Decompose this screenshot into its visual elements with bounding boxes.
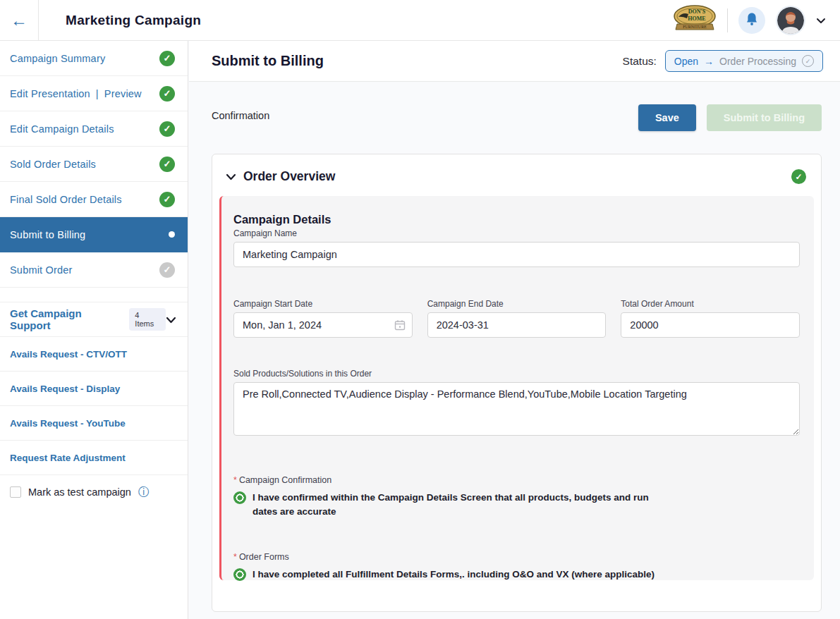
order-forms-label: Order Forms	[239, 552, 289, 562]
back-arrow-icon: ←	[11, 12, 28, 29]
support-header-label: Get Campaign Support	[10, 307, 123, 331]
support-item-label: Avails Request - Display	[10, 384, 120, 394]
order-forms-radio[interactable]	[233, 568, 246, 581]
sidebar-item-label: Submit Order	[10, 264, 73, 276]
app-title: Marketing Campaign	[66, 13, 201, 28]
preview-link[interactable]: Preview	[104, 88, 142, 99]
test-campaign-checkbox[interactable]	[10, 486, 21, 498]
campaign-name-label: Campaign Name	[233, 228, 800, 238]
order-overview-header[interactable]: Order Overview ✓	[212, 154, 821, 184]
section-complete-check-icon: ✓	[791, 169, 806, 184]
support-item-label: Request Rate Adjustment	[10, 453, 126, 463]
get-campaign-support-toggle[interactable]: Get Campaign Support 4 Items	[0, 302, 188, 337]
app-header: ← Marketing Campaign DON'S HOME FURNITUR…	[0, 0, 840, 41]
sidebar-item-avails-request-display[interactable]: Avails Request - Display	[0, 372, 188, 406]
support-item-label: Avails Request - CTV/OTT	[10, 349, 127, 360]
sidebar-item-avails-request-youtube[interactable]: Avails Request - YouTube	[0, 406, 188, 441]
status-from: Open	[674, 56, 698, 67]
start-date-input[interactable]	[233, 312, 413, 338]
sidebar-item-label: Campaign Summary	[10, 53, 105, 64]
submit-to-billing-button[interactable]: Submit to Billing	[707, 104, 822, 131]
required-asterisk: *	[233, 475, 237, 485]
test-campaign-row: Mark as test campaign ⓘ	[0, 475, 188, 509]
check-circle-icon: ✓	[159, 51, 175, 66]
sidebar-item-label: Edit Campaign Details	[10, 123, 114, 135]
sidebar-item-label: Final Sold Order Details	[10, 194, 122, 205]
sidebar-item-label: Sold Order Details	[10, 159, 96, 170]
svg-text:FURNITURE: FURNITURE	[683, 25, 707, 29]
support-items-badge: 4 Items	[129, 308, 166, 331]
campaign-details-panel: Campaign Details Campaign Name Campaign …	[219, 196, 814, 580]
label-divider: |	[96, 88, 99, 99]
edit-presentation-link[interactable]: Edit Presentation	[10, 88, 90, 99]
chevron-down-icon	[166, 314, 176, 326]
workflow-sidebar: Campaign Summary ✓ Edit Presentation | P…	[0, 41, 188, 619]
svg-text:DON'S: DON'S	[688, 8, 706, 15]
sidebar-item-label: Submit to Billing	[10, 229, 85, 240]
sidebar-item-submit-to-billing[interactable]: Submit to Billing	[0, 217, 188, 252]
header-divider	[727, 8, 728, 32]
sidebar-item-campaign-summary[interactable]: Campaign Summary ✓	[0, 41, 188, 76]
confirmation-section-label: Confirmation	[212, 110, 269, 121]
end-date-label: Campaign End Date	[427, 299, 607, 309]
sidebar-item-sold-order-details[interactable]: Sold Order Details ✓	[0, 147, 188, 182]
check-circle-pending-icon: ✓	[159, 262, 175, 278]
svg-text:HOME: HOME	[688, 16, 705, 22]
section-title: Order Overview	[243, 169, 335, 184]
campaign-confirmation-group: *Campaign Confirmation I have confirmed …	[233, 475, 800, 520]
status-label: Status:	[623, 55, 657, 68]
sidebar-item-submit-order[interactable]: Submit Order ✓	[0, 252, 188, 288]
campaign-confirmation-label: Campaign Confirmation	[239, 475, 331, 485]
sidebar-item-edit-campaign-details[interactable]: Edit Campaign Details ✓	[0, 111, 188, 147]
back-button[interactable]: ←	[0, 0, 39, 40]
order-forms-option-label: I have completed all Fulfillment Details…	[252, 568, 655, 582]
total-order-amount-input[interactable]	[621, 312, 800, 338]
sidebar-item-request-rate-adjustment[interactable]: Request Rate Adjustment	[0, 441, 188, 475]
order-forms-group: *Order Forms I have completed all Fulfil…	[233, 552, 800, 582]
sold-products-textarea[interactable]	[233, 382, 800, 436]
test-campaign-label: Mark as test campaign	[28, 486, 131, 498]
info-icon[interactable]: ⓘ	[138, 486, 150, 498]
company-logo: DON'S HOME FURNITURE	[673, 4, 717, 37]
profile-menu-button[interactable]	[816, 14, 826, 27]
status-transition-badge[interactable]: Open → Order Processing ✓	[665, 50, 823, 72]
current-step-dot-icon	[169, 231, 175, 238]
sidebar-item-final-sold-order-details[interactable]: Final Sold Order Details ✓	[0, 182, 188, 217]
check-outline-icon: ✓	[802, 55, 814, 67]
save-button[interactable]: Save	[638, 104, 696, 131]
required-asterisk: *	[233, 552, 237, 562]
page-title: Submit to Billing	[212, 53, 324, 69]
campaign-confirmation-radio[interactable]	[233, 491, 246, 504]
main-content: Submit to Billing Status: Open → Order P…	[189, 41, 840, 619]
sidebar-item-edit-presentation[interactable]: Edit Presentation | Preview ✓	[0, 76, 188, 111]
page-header: Submit to Billing Status: Open → Order P…	[189, 41, 840, 82]
confirmation-toolbar: Confirmation Save Submit to Billing	[212, 104, 822, 131]
support-item-label: Avails Request - YouTube	[10, 418, 126, 429]
check-circle-icon: ✓	[159, 157, 175, 172]
status-to: Order Processing	[719, 56, 796, 67]
arrow-right-icon: →	[704, 56, 714, 67]
start-date-label: Campaign Start Date	[233, 299, 413, 309]
check-circle-icon: ✓	[159, 86, 175, 102]
sidebar-item-avails-request-ctv-ott[interactable]: Avails Request - CTV/OTT	[0, 337, 188, 372]
check-circle-icon: ✓	[159, 192, 175, 207]
avatar[interactable]	[776, 6, 805, 35]
bell-icon	[745, 12, 758, 29]
chevron-down-icon	[816, 14, 826, 27]
total-order-amount-label: Total Order Amount	[621, 299, 800, 309]
notifications-button[interactable]	[738, 7, 765, 34]
campaign-name-input[interactable]	[233, 242, 800, 267]
campaign-confirmation-option-label: I have confirmed within the Campaign Det…	[252, 491, 676, 520]
sidebar-section-gap	[0, 288, 188, 302]
order-overview-card: Order Overview ✓ Campaign Details Campai…	[212, 154, 822, 612]
collapse-chevron-icon[interactable]	[226, 173, 236, 180]
sold-products-label: Sold Products/Solutions in this Order	[233, 369, 800, 379]
check-circle-icon: ✓	[159, 121, 175, 137]
form-title: Campaign Details	[233, 213, 800, 226]
end-date-input[interactable]	[427, 312, 607, 338]
